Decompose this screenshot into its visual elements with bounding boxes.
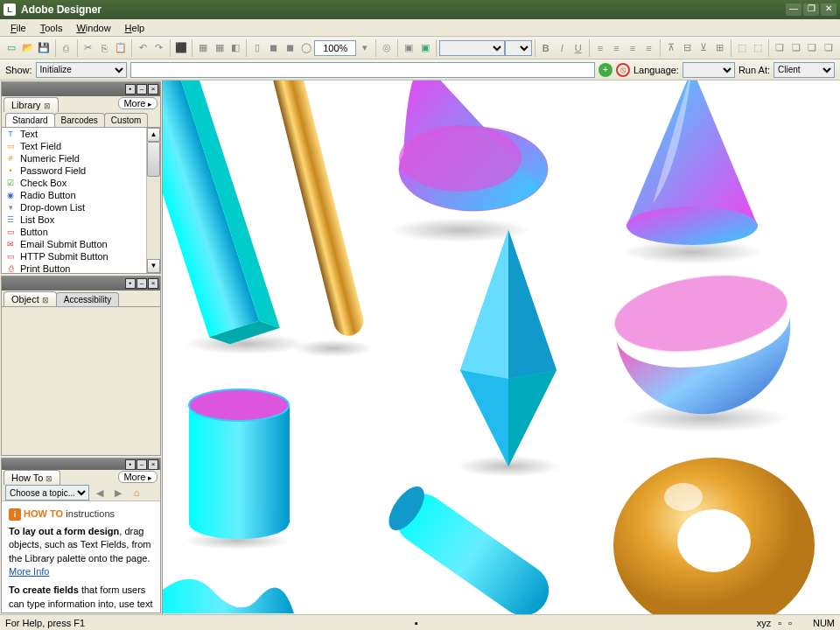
- zoom-input[interactable]: [314, 40, 356, 56]
- panel-close-icon[interactable]: ×: [148, 278, 158, 289]
- panel-menu-icon[interactable]: ▪: [125, 84, 136, 94]
- valign-bot-icon[interactable]: ⊻: [696, 38, 711, 58]
- window2-icon[interactable]: ▣: [417, 38, 432, 58]
- topic-select[interactable]: Choose a topic...: [5, 485, 89, 500]
- language-select[interactable]: [682, 62, 735, 78]
- library-item[interactable]: ✉Email Submit Button: [2, 238, 146, 250]
- circle-icon[interactable]: ◯: [299, 38, 314, 58]
- object-panel-header[interactable]: ▪ – ×: [2, 276, 160, 290]
- panel-min-icon[interactable]: –: [136, 84, 147, 94]
- more-info-link[interactable]: More Info: [65, 612, 105, 612]
- howto-tab[interactable]: How To⊠: [4, 470, 60, 485]
- bold-button[interactable]: B: [538, 38, 553, 58]
- fill-icon[interactable]: ◼: [267, 38, 282, 58]
- home-icon[interactable]: ⌂: [130, 486, 144, 500]
- minimize-button[interactable]: —: [786, 4, 802, 16]
- panel-menu-icon[interactable]: ▪: [125, 278, 136, 289]
- fill2-icon[interactable]: ◼: [283, 38, 298, 58]
- close-button[interactable]: ✕: [821, 4, 836, 16]
- object-tab[interactable]: Object⊠: [4, 291, 57, 306]
- order3-icon[interactable]: ❏: [805, 38, 820, 58]
- library-item[interactable]: ◉Radio Button: [2, 189, 146, 201]
- scroll-up-icon[interactable]: ▲: [147, 128, 160, 142]
- runat-select[interactable]: Client: [774, 62, 835, 78]
- panel-menu-icon[interactable]: ▪: [125, 459, 136, 470]
- panel-min-icon[interactable]: –: [136, 459, 147, 470]
- redo-button[interactable]: ↷: [151, 38, 166, 58]
- menu-help[interactable]: Help: [118, 21, 152, 35]
- copy-button[interactable]: ⎘: [97, 38, 112, 58]
- subtab-barcodes[interactable]: Barcodes: [54, 113, 105, 127]
- library-item[interactable]: ▭HTTP Submit Button: [2, 250, 146, 262]
- library-item[interactable]: ▾Drop-down List: [2, 201, 146, 214]
- library-item[interactable]: #Numeric Field: [2, 152, 146, 164]
- forward-icon[interactable]: ▶: [111, 486, 125, 500]
- undo-button[interactable]: ↶: [136, 38, 150, 58]
- tool-b-icon[interactable]: ◧: [228, 38, 243, 58]
- design-canvas[interactable]: [163, 80, 840, 614]
- library-item[interactable]: ☰List Box: [2, 214, 146, 226]
- grid2-icon[interactable]: ▦: [212, 38, 227, 58]
- restore-button[interactable]: ❐: [803, 4, 819, 16]
- new-button[interactable]: ▭: [4, 38, 19, 58]
- zoom-dropdown-icon[interactable]: ▾: [357, 38, 372, 58]
- cancel-script-button[interactable]: ⦸: [616, 63, 630, 77]
- target-icon[interactable]: ◎: [380, 38, 395, 58]
- subtab-custom[interactable]: Custom: [104, 113, 148, 127]
- menu-window[interactable]: Window: [69, 21, 117, 35]
- order1-icon[interactable]: ❏: [773, 38, 788, 58]
- library-tab[interactable]: Library⊠: [4, 97, 59, 112]
- open-button[interactable]: 📂: [21, 38, 36, 58]
- library-item[interactable]: ▭Text Field: [2, 140, 146, 152]
- tool-a-icon[interactable]: ⬛: [174, 38, 189, 58]
- library-list[interactable]: TText▭Text Field#Numeric Field•Password …: [2, 128, 146, 273]
- valign-top-icon[interactable]: ⊼: [664, 38, 679, 58]
- paste-button[interactable]: 📋: [114, 38, 129, 58]
- library-item[interactable]: ▭Button: [2, 226, 146, 238]
- valign-mid-icon[interactable]: ⊟: [680, 38, 695, 58]
- panel-close-icon[interactable]: ×: [148, 459, 158, 470]
- arrange2-icon[interactable]: ⬚: [751, 38, 766, 58]
- panel-min-icon[interactable]: –: [136, 278, 147, 289]
- library-scrollbar[interactable]: ▲ ▼: [146, 128, 160, 273]
- library-more-button[interactable]: More ▸: [118, 97, 158, 109]
- howto-more-button[interactable]: More ▸: [118, 471, 158, 483]
- tab-close-icon[interactable]: ⊠: [44, 102, 51, 110]
- scroll-thumb[interactable]: [147, 142, 160, 177]
- align-right-icon[interactable]: ≡: [626, 38, 640, 58]
- add-script-button[interactable]: +: [598, 63, 612, 77]
- align-center-icon[interactable]: ≡: [609, 38, 624, 58]
- grid-icon[interactable]: ▦: [196, 38, 211, 58]
- library-item[interactable]: TText: [2, 128, 146, 140]
- show-select[interactable]: Initialize: [36, 62, 127, 78]
- library-item[interactable]: ⎙Print Button: [2, 262, 146, 273]
- script-input[interactable]: [130, 62, 595, 78]
- tab-close-icon[interactable]: ⊠: [42, 296, 49, 304]
- arrange1-icon[interactable]: ⬚: [734, 38, 749, 58]
- panel-close-icon[interactable]: ×: [148, 84, 158, 94]
- library-item[interactable]: ☑Check Box: [2, 177, 146, 189]
- subtab-standard[interactable]: Standard: [5, 113, 55, 127]
- underline-button[interactable]: U: [570, 38, 585, 58]
- align-justify-icon[interactable]: ≡: [641, 38, 656, 58]
- more-info-link[interactable]: More Info: [9, 566, 49, 577]
- print-button[interactable]: ⎙: [59, 38, 74, 58]
- order2-icon[interactable]: ❏: [789, 38, 804, 58]
- menu-tools[interactable]: Tools: [33, 21, 70, 35]
- font-select[interactable]: [439, 40, 506, 56]
- cut-button[interactable]: ✂: [81, 38, 96, 58]
- menu-file[interactable]: File: [4, 21, 33, 35]
- accessibility-tab[interactable]: Accessibility: [56, 292, 119, 306]
- italic-button[interactable]: I: [555, 38, 570, 58]
- library-panel-header[interactable]: ▪ – ×: [2, 82, 160, 96]
- save-button[interactable]: 💾: [37, 38, 52, 58]
- window-icon[interactable]: ▣: [402, 38, 416, 58]
- order4-icon[interactable]: ❏: [822, 38, 836, 58]
- back-icon[interactable]: ◀: [93, 486, 107, 500]
- fontsize-select[interactable]: [505, 40, 532, 56]
- scroll-down-icon[interactable]: ▼: [147, 259, 160, 273]
- library-item[interactable]: •Password Field: [2, 164, 146, 177]
- tab-close-icon[interactable]: ⊠: [46, 474, 52, 483]
- dist-icon[interactable]: ⊞: [712, 38, 727, 58]
- howto-panel-header[interactable]: ▪ – ×: [2, 458, 160, 470]
